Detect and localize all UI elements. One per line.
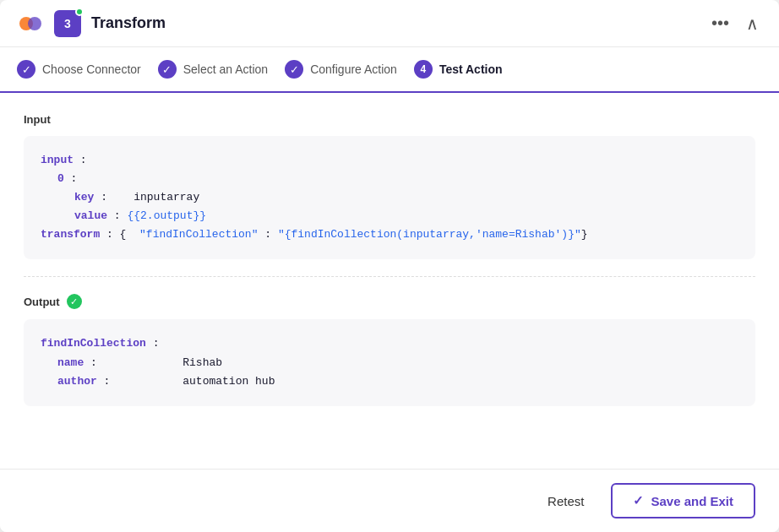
input-section-label: Input bbox=[24, 113, 755, 126]
val-transform: "findInCollection" bbox=[139, 228, 258, 241]
val-transform-value: "{findInCollection(inputarray,'name=Rish… bbox=[278, 228, 581, 241]
header: 3 Transform ••• ∧ bbox=[0, 0, 779, 47]
svg-point-1 bbox=[28, 17, 41, 30]
header-actions: ••• ∧ bbox=[708, 10, 762, 37]
save-exit-label: Save and Exit bbox=[651, 494, 733, 508]
code-line-4: value : {{2.output}} bbox=[74, 207, 738, 225]
step-test-action[interactable]: 4 Test Action bbox=[414, 47, 520, 91]
stepper: ✓ Choose Connector ✓ Select an Action ✓ … bbox=[0, 47, 779, 93]
app-window: 3 Transform ••• ∧ ✓ Choose Connector ✓ S… bbox=[0, 0, 779, 532]
step-select-action[interactable]: ✓ Select an Action bbox=[158, 47, 285, 91]
kw-key: key bbox=[74, 191, 94, 204]
content-area: Input input : 0 : key : inputarray value… bbox=[0, 93, 779, 469]
step-label-3: Configure Action bbox=[310, 62, 397, 76]
header-title: Transform bbox=[91, 14, 698, 32]
kw-findInCollection: findInCollection bbox=[41, 337, 146, 350]
step-check-icon-3: ✓ bbox=[285, 60, 303, 79]
step-label-1: Choose Connector bbox=[42, 62, 141, 76]
input-code-block: input : 0 : key : inputarray value : {{2… bbox=[24, 136, 755, 259]
output-code-block: findInCollection : name : Rishab author … bbox=[24, 319, 755, 405]
code-line-3: key : inputarray bbox=[74, 188, 738, 207]
collapse-button[interactable]: ∧ bbox=[743, 10, 762, 37]
retest-button[interactable]: Retest bbox=[534, 487, 597, 515]
save-exit-button[interactable]: ✓ Save and Exit bbox=[611, 483, 755, 518]
more-icon: ••• bbox=[711, 14, 729, 33]
kw-transform: transform bbox=[41, 228, 100, 241]
step-label-4: Test Action bbox=[439, 62, 503, 76]
out-line-1: findInCollection : bbox=[41, 334, 738, 353]
section-divider bbox=[24, 276, 755, 277]
step-choose-connector[interactable]: ✓ Choose Connector bbox=[17, 47, 158, 91]
output-header: Output ✓ bbox=[24, 294, 755, 309]
logo bbox=[17, 10, 44, 37]
kw-name: name bbox=[57, 356, 84, 369]
step-badge-dot bbox=[75, 8, 84, 16]
chevron-up-icon: ∧ bbox=[746, 14, 759, 34]
step-check-icon-2: ✓ bbox=[158, 60, 177, 79]
kw-author: author bbox=[57, 375, 97, 388]
val-value: {{2.output}} bbox=[127, 209, 206, 222]
more-button[interactable]: ••• bbox=[708, 10, 733, 36]
step-configure-action[interactable]: ✓ Configure Action bbox=[285, 47, 414, 91]
save-check-icon: ✓ bbox=[633, 493, 644, 508]
out-line-2: name : Rishab bbox=[57, 354, 738, 372]
output-check-icon: ✓ bbox=[67, 294, 82, 309]
code-line-1: input : bbox=[41, 151, 738, 170]
step-check-icon-1: ✓ bbox=[17, 60, 35, 79]
footer: Retest ✓ Save and Exit bbox=[0, 469, 779, 532]
kw-value: value bbox=[74, 209, 107, 222]
kw-input: input bbox=[41, 154, 74, 166]
code-line-5: transform : { "findInCollection" : "{fin… bbox=[41, 225, 738, 244]
step-number-icon-4: 4 bbox=[414, 60, 433, 79]
kw-0: 0 bbox=[57, 172, 64, 185]
step-label-2: Select an Action bbox=[183, 62, 268, 76]
out-line-3: author : automation hub bbox=[57, 372, 738, 391]
output-section-label: Output bbox=[24, 296, 60, 308]
step-badge: 3 bbox=[54, 10, 81, 37]
code-line-2: 0 : bbox=[57, 170, 738, 188]
